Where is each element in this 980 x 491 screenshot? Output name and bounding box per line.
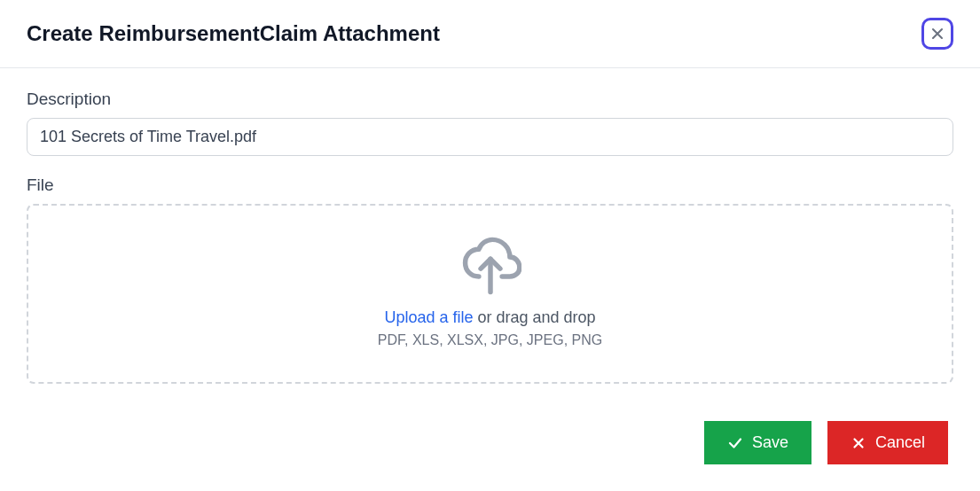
close-icon: [929, 25, 946, 43]
create-attachment-modal: Create ReimbursementClaim Attachment Des…: [0, 0, 980, 491]
description-field-group: Description: [27, 90, 953, 156]
modal-body: Description File Upload a file or drag a…: [0, 68, 980, 384]
x-icon: [851, 435, 866, 451]
check-icon: [727, 435, 743, 451]
file-dropzone[interactable]: Upload a file or drag and drop PDF, XLS,…: [27, 204, 953, 384]
modal-title: Create ReimbursementClaim Attachment: [27, 21, 440, 46]
save-button[interactable]: Save: [704, 421, 811, 464]
modal-header: Create ReimbursementClaim Attachment: [0, 0, 980, 68]
upload-file-link[interactable]: Upload a file: [384, 308, 473, 326]
file-field-group: File Upload a file or drag and drop PDF,…: [27, 175, 953, 384]
modal-footer: Save Cancel: [704, 421, 948, 464]
file-label: File: [27, 175, 953, 195]
description-input[interactable]: [27, 118, 953, 156]
cancel-button[interactable]: Cancel: [827, 421, 948, 464]
cancel-button-label: Cancel: [875, 433, 925, 452]
dropzone-suffix-text: or drag and drop: [473, 308, 595, 326]
dropzone-text: Upload a file or drag and drop: [46, 308, 934, 327]
close-button[interactable]: [921, 18, 953, 50]
accepted-formats-text: PDF, XLS, XLSX, JPG, JPEG, PNG: [46, 332, 934, 348]
save-button-label: Save: [752, 433, 788, 452]
description-label: Description: [27, 90, 953, 109]
upload-cloud-icon: [46, 236, 934, 298]
